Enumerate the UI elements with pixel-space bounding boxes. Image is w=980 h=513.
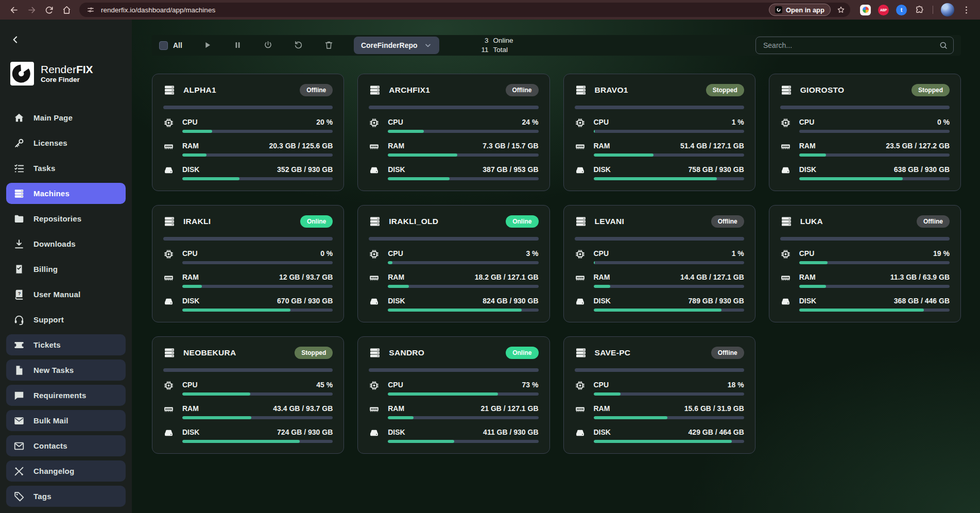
search-box[interactable] — [755, 37, 954, 54]
site-settings-icon[interactable] — [84, 4, 97, 16]
sidebar-item-bulk-mail[interactable]: Bulk Mail — [6, 410, 126, 431]
server-icon — [163, 347, 176, 359]
sidebar-item-downloads[interactable]: Downloads — [6, 233, 126, 254]
sidebar-item-changelog[interactable]: Changelog — [6, 460, 126, 482]
sidebar-collapse-button[interactable] — [10, 31, 28, 48]
machine-card-sandro[interactable]: SANDRO Online CPU 73 % — [357, 336, 549, 454]
ram-progress-fill — [799, 285, 827, 288]
tasks-icon — [13, 163, 25, 174]
disk-value: 724 GB / 930 GB — [277, 428, 333, 436]
ram-metric-row: RAM 21 GB / 127.1 GB — [369, 403, 538, 419]
select-all-checkbox[interactable] — [159, 41, 168, 50]
brand-subtitle: Core Finder — [41, 76, 93, 83]
machine-card-irakli-old[interactable]: IRAKLI_OLD Online CPU 3 % — [357, 205, 549, 322]
sidebar-item-tickets[interactable]: Tickets — [6, 334, 126, 355]
machine-card-header: SANDRO Online — [369, 347, 538, 359]
address-bar[interactable]: renderfix.io/dashboard/app/machines Open… — [79, 3, 850, 17]
sidebar-item-machines[interactable]: Machines — [6, 183, 126, 204]
machine-card-giorosto[interactable]: GIOROSTO Stopped CPU 0 % — [769, 74, 961, 191]
ram-metric-row: RAM 12 GB / 93.7 GB — [163, 272, 333, 288]
sidebar-item-main-page[interactable]: Main Page — [6, 107, 126, 128]
cpu-progress-fill — [799, 261, 828, 264]
sidebar-item-label: Licenses — [33, 139, 67, 147]
machine-card-save-pc[interactable]: SAVE-PC Offline CPU 18 % — [563, 336, 755, 454]
machine-name: GIOROSTO — [800, 86, 845, 95]
server-icon — [163, 215, 176, 228]
sidebar-item-requirements[interactable]: Requirements — [6, 385, 126, 406]
ticket-icon — [13, 339, 25, 351]
download-icon — [13, 238, 25, 250]
machine-card-archfix1[interactable]: ARCHFIX1 Offline CPU 24 % — [357, 74, 549, 191]
bookmark-star-icon[interactable] — [835, 4, 847, 16]
blue-extension-icon[interactable]: t — [896, 5, 907, 15]
server-icon — [163, 84, 176, 96]
sidebar-item-billing[interactable]: Billing — [6, 259, 126, 280]
machine-card-neobekura[interactable]: NEOBEKURA Stopped CPU 45 % — [152, 336, 344, 454]
toolbar-trash-button[interactable] — [324, 40, 334, 50]
adblock-extension-icon[interactable]: ABP — [878, 5, 889, 15]
ram-metric-body: RAM 11.3 GB / 63.9 GB — [799, 272, 950, 288]
cpu-progress-fill — [388, 392, 497, 396]
cpu-progress-bar — [388, 392, 538, 396]
status-badge: Online — [506, 215, 538, 228]
ram-metric-row: RAM 15.6 GB / 31.9 GB — [575, 403, 744, 419]
sidebar-item-user-manual[interactable]: ? User Manual — [6, 284, 126, 305]
cpu-progress-fill — [388, 261, 392, 264]
browser-forward-icon[interactable] — [24, 2, 39, 18]
sidebar-item-label: Repositories — [33, 214, 81, 223]
ram-value: 18.2 GB / 127.1 GB — [475, 273, 539, 281]
status-badge: Offline — [917, 215, 950, 228]
machine-name: SAVE-PC — [595, 348, 631, 357]
disk-metric-body: DISK 789 GB / 930 GB — [594, 296, 744, 312]
search-icon — [939, 41, 948, 50]
machine-card-levani[interactable]: LEVANI Offline CPU 1 % — [563, 205, 755, 322]
profile-avatar[interactable] — [941, 3, 954, 16]
browser-menu-icon[interactable] — [958, 2, 974, 18]
machine-card-luka[interactable]: LUKA Offline CPU 19 % — [769, 205, 961, 322]
toolbar-power-button[interactable] — [263, 40, 273, 50]
toolbar-pause-button[interactable] — [233, 40, 243, 50]
ram-progress-bar — [594, 153, 744, 157]
ram-value: 7.3 GB / 15.7 GB — [483, 142, 538, 150]
disk-metric-body: DISK 368 GB / 446 GB — [799, 296, 950, 312]
browser-back-icon[interactable] — [6, 2, 22, 18]
ram-icon — [780, 141, 791, 152]
sidebar-item-support[interactable]: Support — [6, 309, 126, 330]
toolbar-restart-button[interactable] — [294, 40, 304, 50]
sidebar-item-new-tasks[interactable]: New Tasks — [6, 360, 126, 381]
ram-metric-body: RAM 18.2 GB / 127.1 GB — [388, 272, 538, 288]
ram-progress-fill — [594, 285, 610, 288]
sidebar-item-repositories[interactable]: Repositories — [6, 208, 126, 229]
ram-progress-fill — [594, 416, 667, 419]
machine-card-header: LUKA Offline — [780, 215, 950, 228]
sidebar: RenderFIX Core Finder Main Page Licenses — [0, 20, 132, 513]
cpu-metric-row: CPU 73 % — [369, 380, 538, 396]
extensions-puzzle-icon[interactable] — [912, 2, 927, 18]
sidebar-item-tasks[interactable]: Tasks — [6, 158, 126, 179]
browser-home-icon[interactable] — [59, 2, 74, 18]
sidebar-item-licenses[interactable]: Licenses — [6, 132, 126, 153]
disk-metric-body: DISK 670 GB / 930 GB — [182, 296, 333, 312]
machine-card-alpha1[interactable]: ALPHA1 Offline CPU 20 % — [152, 74, 344, 191]
machine-card-bravo1[interactable]: BRAVO1 Stopped CPU 1 % — [563, 74, 755, 191]
open-in-app-button[interactable]: Open in app — [769, 4, 831, 16]
search-input[interactable] — [762, 41, 939, 50]
toolbar-play-button[interactable] — [202, 40, 213, 50]
sidebar-item-tags[interactable]: Tags — [6, 486, 126, 507]
cpu-metric-body: CPU 1 % — [594, 248, 744, 264]
repo-selector[interactable]: CoreFinderRepo — [354, 37, 439, 54]
cpu-icon — [163, 380, 174, 391]
disk-icon — [575, 296, 586, 307]
browser-reload-icon[interactable] — [41, 2, 57, 18]
cpu-progress-fill — [594, 130, 595, 133]
sidebar-item-contacts[interactable]: Contacts — [6, 435, 126, 456]
ram-label: RAM — [594, 273, 610, 281]
disk-icon — [369, 296, 380, 307]
machine-card-irakli[interactable]: IRAKLI Online CPU 0 % — [152, 205, 344, 322]
cpu-progress-bar — [388, 130, 538, 133]
cpu-progress-bar — [182, 261, 333, 264]
photos-extension-icon[interactable] — [860, 5, 871, 15]
disk-value: 429 GB / 464 GB — [689, 428, 744, 436]
cpu-progress-fill — [388, 130, 424, 133]
cpu-icon — [575, 117, 586, 128]
